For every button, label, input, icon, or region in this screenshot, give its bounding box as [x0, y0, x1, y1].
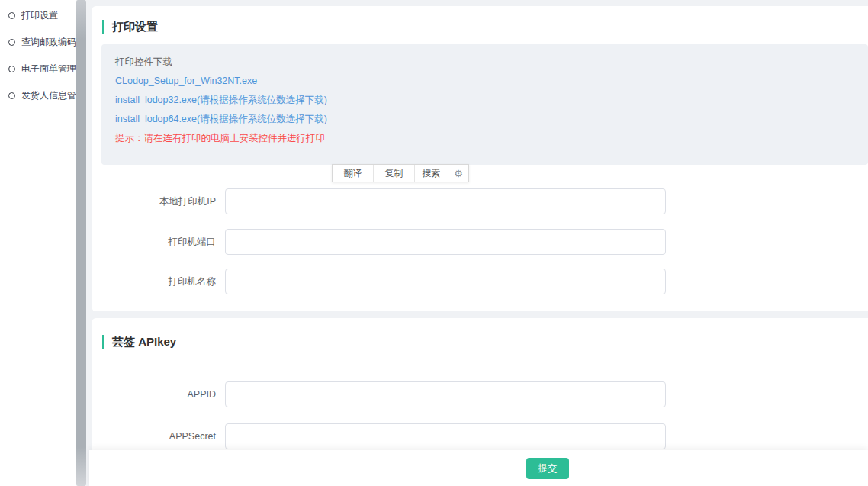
submit-button[interactable]: 提交	[526, 458, 569, 479]
gear-icon[interactable]: ⚙	[448, 165, 468, 182]
circle-icon	[8, 92, 15, 99]
print-settings-card: 打印设置 打印控件下载 CLodop_Setup_for_Win32NT.exe…	[92, 6, 868, 311]
circle-icon	[8, 12, 15, 19]
apikey-section-title: 芸签 APIkey	[102, 335, 176, 349]
sidebar-item-postal-code-query[interactable]: 查询邮政编码	[0, 29, 76, 56]
main-content: 打印设置 打印控件下载 CLodop_Setup_for_Win32NT.exe…	[86, 0, 868, 486]
page-title: 打印设置	[102, 20, 158, 34]
download-info-box: 打印控件下载 CLodop_Setup_for_Win32NT.exe inst…	[101, 44, 868, 165]
local-printer-ip-input[interactable]	[225, 188, 666, 214]
download-link-clodop[interactable]: CLodop_Setup_for_Win32NT.exe	[115, 76, 257, 86]
footer-bar: 提交	[89, 450, 868, 486]
sidebar-item-ewaybill-management[interactable]: 电子面单管理	[0, 56, 76, 82]
form-row: 本地打印机IP	[92, 188, 666, 214]
sidebar: 打印设置 查询邮政编码 电子面单管理 发货人信息管理	[0, 0, 76, 486]
sidebar-item-shipper-info-management[interactable]: 发货人信息管理	[0, 82, 76, 109]
printer-port-label: 打印机端口	[92, 236, 225, 249]
search-menu-item[interactable]: 搜索	[415, 165, 448, 182]
printer-name-input[interactable]	[225, 269, 666, 294]
form-row: 打印机名称	[92, 269, 666, 294]
form-row: APPSecret	[92, 423, 666, 449]
sidebar-item-label: 电子面单管理	[21, 63, 76, 76]
translate-menu-item[interactable]: 翻译	[333, 165, 374, 182]
page: 打印设置 查询邮政编码 电子面单管理 发货人信息管理 打印设置 打印控件下载 C…	[0, 0, 868, 486]
local-printer-ip-label: 本地打印机IP	[92, 195, 225, 208]
sidebar-item-label: 查询邮政编码	[21, 36, 76, 49]
selection-context-menu: 翻译 复制 搜索 ⚙	[332, 164, 469, 182]
download-heading: 打印控件下载	[115, 57, 868, 67]
circle-icon	[8, 39, 15, 46]
printer-name-label: 打印机名称	[92, 275, 225, 288]
copy-menu-item[interactable]: 复制	[374, 165, 415, 182]
form-row: 打印机端口	[92, 229, 666, 255]
appsecret-input[interactable]	[225, 423, 666, 449]
sidebar-item-print-settings[interactable]: 打印设置	[0, 2, 76, 29]
appid-label: APPID	[92, 389, 225, 400]
download-link-lodop64[interactable]: install_lodop64.exe(请根据操作系统位数选择下载)	[115, 114, 327, 124]
sidebar-item-label: 打印设置	[21, 9, 58, 22]
appid-input[interactable]	[225, 381, 666, 407]
form-row: APPID	[92, 381, 666, 407]
appsecret-label: APPSecret	[92, 431, 225, 442]
printer-port-input[interactable]	[225, 229, 666, 255]
download-link-lodop32[interactable]: install_lodop32.exe(请根据操作系统位数选择下载)	[115, 95, 327, 105]
install-tip: 提示：请在连有打印的电脑上安装控件并进行打印	[115, 134, 868, 143]
scrollbar[interactable]	[76, 0, 86, 486]
circle-icon	[8, 66, 15, 72]
